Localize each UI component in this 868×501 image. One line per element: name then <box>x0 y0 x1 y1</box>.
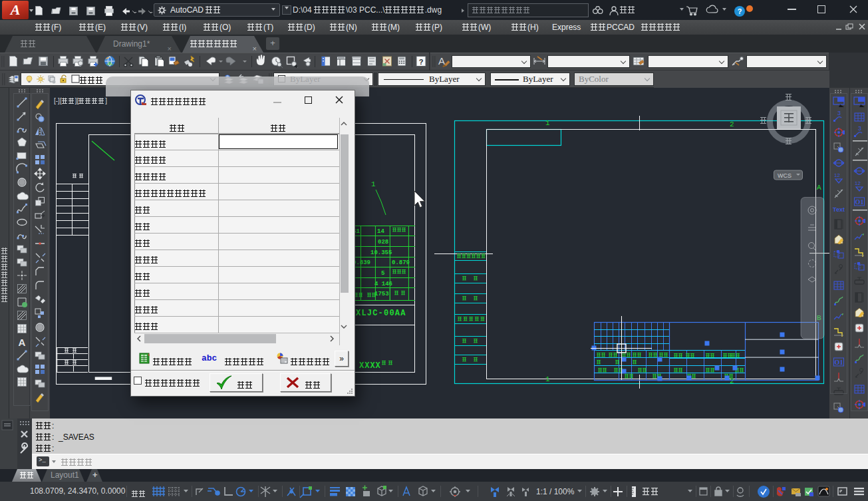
svg-text:1: 1 <box>545 119 550 127</box>
svg-text:1: 1 <box>545 375 550 383</box>
svg-text:14: 14 <box>377 228 384 235</box>
svg-text:028: 028 <box>378 239 388 246</box>
svg-text:1:1 / 100%: 1:1 / 100% <box>536 487 575 496</box>
svg-text:2: 2 <box>730 377 734 385</box>
svg-text:XXXX: XXXX <box>359 361 381 371</box>
svg-text:10.355: 10.355 <box>370 250 392 256</box>
svg-text:1: 1 <box>371 180 376 188</box>
svg-text:?: ? <box>419 58 424 66</box>
svg-text:A: A <box>438 55 445 67</box>
svg-text:2: 2 <box>730 120 734 128</box>
svg-text:0.839: 0.839 <box>353 259 370 266</box>
svg-text:1753: 1753 <box>374 291 389 297</box>
svg-text:WCS: WCS <box>778 172 792 179</box>
svg-text:XLJC-00AA: XLJC-00AA <box>356 309 406 318</box>
svg-text:5: 5 <box>381 270 384 277</box>
svg-text:?: ? <box>738 7 742 15</box>
svg-text:0.879: 0.879 <box>392 259 410 266</box>
svg-text:A: A <box>817 184 821 192</box>
svg-text:4 146: 4 146 <box>374 281 392 287</box>
